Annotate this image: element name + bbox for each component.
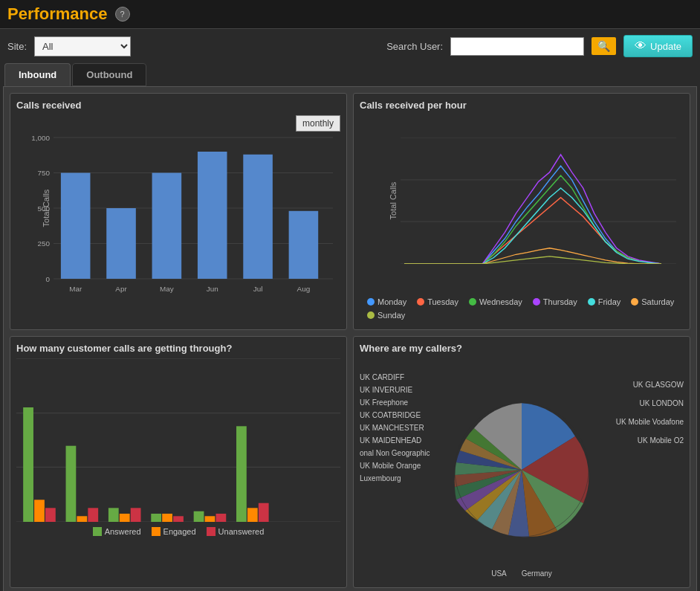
update-button[interactable]: 👁 Update: [623, 35, 693, 57]
label-germany: Germany: [522, 569, 552, 578]
callers-location-panel: Where are my callers? UK CARDIFF UK INVE…: [353, 336, 690, 588]
legend-monday: Monday: [367, 297, 406, 306]
label-inverurie: UK INVERURIE: [360, 386, 430, 394]
label-mobile-orange: UK Mobile Orange: [360, 462, 430, 470]
label-london: UK LONDON: [616, 399, 684, 407]
legend-unanswered: Unanswered: [207, 527, 265, 536]
pie-labels-bottom: USA Germany: [491, 569, 552, 578]
legend-tuesday: Tuesday: [417, 297, 458, 306]
unanswered-color: [207, 527, 215, 536]
calls-per-hour-title: Calls received per hour: [360, 100, 684, 111]
pie-chart-svg: [447, 395, 596, 544]
toolbar: Site: All Search User: 🔍 👁 Update: [0, 29, 700, 63]
svg-text:Mar: Mar: [69, 285, 82, 293]
calls-per-hour-panel: Calls received per hour Total Calls 15 1…: [353, 93, 690, 330]
svg-rect-75: [151, 514, 161, 522]
tabs-container: Inbound Outbound: [0, 63, 700, 86]
svg-text:Apr: Apr: [115, 285, 127, 293]
saturday-dot: [631, 298, 638, 306]
legend-thursday: Thursday: [533, 297, 577, 306]
svg-rect-11: [106, 208, 136, 279]
bar-chart-svg: 1,000 750 500 250 0 Mar Apr May: [54, 138, 333, 279]
help-button[interactable]: ?: [115, 7, 130, 22]
label-glasgow: UK GLASGOW: [616, 381, 684, 389]
pie-labels-left: UK CARDIFF UK INVERURIE UK Freephone UK …: [360, 373, 430, 482]
svg-rect-76: [162, 514, 172, 522]
label-coatbridge: UK COATBRIDGE: [360, 411, 430, 419]
bar-chart-area: Total Calls 1,000 750 500 250 0: [54, 138, 333, 279]
svg-text:250: 250: [38, 239, 51, 248]
grouped-bar-chart-svg: 60 40 20 0 Total Calls Wed Thu: [16, 358, 340, 522]
svg-rect-67: [66, 446, 77, 522]
svg-rect-73: [131, 508, 141, 522]
label-cardiff: UK CARDIFF: [360, 373, 430, 381]
calls-received-panel: Calls received monthly Total Calls 1,000…: [10, 93, 347, 330]
svg-rect-63: [23, 407, 33, 522]
svg-rect-14: [243, 155, 273, 279]
svg-text:Jun: Jun: [207, 285, 218, 293]
legend-friday: Friday: [588, 297, 621, 306]
calls-received-title: Calls received: [16, 100, 340, 111]
label-manchester: UK MANCHESTER: [360, 424, 430, 432]
grouped-bar-chart: 60 40 20 0 Total Calls Wed Thu: [16, 358, 340, 552]
line-chart-svg: 15 10 5 0 1 2 3 4 5 6 7 8 9 10 11 12: [401, 138, 676, 264]
pie-chart-container: UK CARDIFF UK INVERURIE UK Freephone UK …: [360, 358, 684, 581]
svg-rect-10: [61, 173, 91, 280]
customer-calls-title: How many customer calls are getting thro…: [16, 343, 340, 354]
y-axis-label: Total Calls: [42, 190, 51, 227]
wednesday-dot: [469, 298, 476, 306]
svg-text:750: 750: [38, 169, 51, 177]
pie-labels-right: UK GLASGOW UK LONDON UK Mobile Vodafone …: [616, 381, 684, 445]
monday-dot: [367, 298, 375, 306]
legend-answered: Answered: [93, 527, 141, 536]
svg-rect-71: [108, 508, 119, 522]
label-usa: USA: [491, 569, 507, 578]
page-header: Performance ?: [0, 0, 700, 29]
site-label: Site:: [7, 41, 27, 52]
thursday-dot: [533, 298, 540, 306]
line-chart-legend: Monday Tuesday Wednesday Thursday: [367, 297, 676, 320]
label-o2: UK Mobile O2: [616, 436, 684, 445]
line-chart-area: Total Calls 15 10 5 0 1 2 3 4: [401, 138, 676, 264]
page-title: Performance: [7, 4, 108, 24]
tab-inbound[interactable]: Inbound: [4, 63, 71, 86]
svg-rect-65: [45, 508, 56, 522]
callers-location-title: Where are my callers?: [360, 343, 684, 354]
friday-dot: [588, 298, 595, 306]
svg-text:1,000: 1,000: [31, 134, 50, 142]
svg-text:0: 0: [46, 275, 51, 283]
label-nongeographic: onal Non Geographic: [360, 449, 430, 457]
tab-outbound[interactable]: Outbound: [72, 63, 146, 86]
answered-color: [93, 527, 102, 536]
svg-rect-83: [236, 426, 247, 522]
legend-saturday: Saturday: [631, 297, 674, 306]
sunday-dot: [367, 311, 375, 319]
grouped-bar-legend: Answered Engaged Unanswered: [16, 527, 340, 536]
svg-rect-12: [152, 173, 182, 280]
main-content: Calls received monthly Total Calls 1,000…: [3, 86, 697, 591]
search-user-input[interactable]: [450, 37, 584, 56]
svg-rect-84: [247, 508, 258, 522]
legend-engaged: Engaged: [152, 527, 196, 536]
calls-received-chart: monthly Total Calls 1,000 750 500 250 0: [16, 115, 340, 309]
engaged-color: [152, 527, 161, 536]
site-select[interactable]: All: [34, 36, 131, 56]
svg-text:Jul: Jul: [253, 285, 263, 293]
svg-rect-64: [34, 500, 45, 522]
svg-rect-85: [259, 503, 269, 522]
monthly-dropdown[interactable]: monthly: [296, 115, 340, 132]
svg-text:Aug: Aug: [297, 285, 311, 293]
svg-rect-69: [88, 508, 98, 522]
svg-rect-72: [120, 514, 130, 522]
line-y-axis-label: Total Calls: [389, 182, 398, 220]
tuesday-dot: [417, 298, 424, 306]
label-luxembourg: Luxembourg: [360, 474, 430, 482]
customer-calls-panel: How many customer calls are getting thro…: [10, 336, 347, 588]
search-button[interactable]: 🔍: [592, 37, 616, 55]
label-freephone: UK Freephone: [360, 398, 430, 407]
svg-rect-81: [215, 514, 226, 522]
label-vodafone: UK Mobile Vodafone: [616, 418, 684, 426]
legend-sunday: Sunday: [367, 311, 405, 320]
search-icon: 🔍: [597, 40, 610, 52]
svg-rect-13: [198, 152, 227, 279]
